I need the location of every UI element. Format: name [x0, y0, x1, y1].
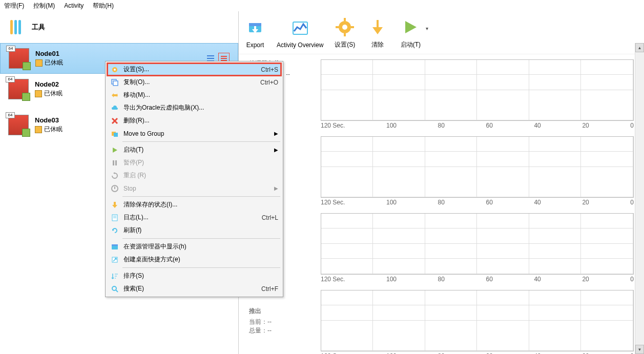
axis-tick: 80 [438, 122, 445, 129]
export-icon [244, 17, 266, 39]
saved-state-icon [35, 59, 43, 67]
svg-rect-13 [336, 26, 339, 28]
axis-tick: 0 [630, 122, 634, 129]
sort-icon [109, 272, 120, 281]
move-icon [109, 91, 120, 100]
toolbar-discard-button[interactable]: 清除 [366, 16, 389, 49]
chart-3: 120 Sec.100806040200 [321, 290, 634, 354]
group-icon [109, 129, 120, 138]
ctx-stop-item: Stop▶ [107, 182, 281, 195]
ctx-pause-item: 暂停(P) [107, 156, 281, 169]
svg-rect-12 [344, 33, 346, 36]
axis-tick: 100 [386, 199, 397, 206]
chart-1: 120 Sec.100806040200 [321, 136, 634, 209]
chart-canvas [321, 213, 634, 275]
tools-section[interactable]: 工具 [0, 11, 238, 43]
ctx-label: 启动(T) [123, 145, 278, 154]
ctx-explorer-item[interactable]: 在资源管理器中显示(h) [107, 240, 281, 253]
ctx-log-item[interactable]: 日志(L)...Ctrl+L [107, 211, 281, 224]
toolbar-export-button[interactable]: Export [244, 17, 266, 49]
ctx-cloud-item[interactable]: 导出为Oracle云虚拟电脑(X)... [107, 101, 281, 114]
ctx-gear-item[interactable]: 设置(S)...Ctrl+S [107, 63, 281, 76]
axis-tick: 40 [534, 276, 541, 283]
toolbar-start-button[interactable]: 启动(T) [399, 16, 422, 49]
chart-axis: 120 Sec.100806040200 [321, 198, 634, 209]
ctx-label: 删除(R)... [123, 116, 278, 125]
menu-control[interactable]: 控制(M) [33, 2, 55, 10]
svg-rect-29 [112, 244, 118, 246]
scroll-track[interactable] [635, 52, 644, 345]
menubar: 管理(F) 控制(M) Activity 帮助(H) [0, 0, 644, 11]
ctx-label: Stop [123, 185, 278, 192]
ctx-label: 搜索(E) [123, 284, 261, 293]
ctx-refresh-item[interactable]: 刷新(f) [107, 224, 281, 237]
ctx-label: 暂停(P) [123, 158, 278, 167]
ctx-label: 导出为Oracle云虚拟电脑(X)... [123, 103, 278, 112]
ctx-label: Move to Group [123, 130, 278, 137]
vm-64-badge: 64 [6, 46, 15, 52]
ctx-search-item[interactable]: 搜索(E)Ctrl+F [107, 282, 281, 295]
discard-icon [109, 200, 120, 210]
toolbar-label: Activity Overview [277, 41, 323, 49]
ctx-clone-item[interactable]: 复制(O)...Ctrl+O [107, 76, 281, 89]
explorer-icon [109, 242, 120, 252]
toolbar-gear-button[interactable]: 设置(S) [334, 16, 356, 49]
vm-64-badge: 64 [6, 76, 15, 82]
toolbar-dropdown-arrow[interactable]: ▾ [426, 26, 428, 31]
menu-file[interactable]: 管理(F) [4, 2, 24, 10]
svg-rect-18 [113, 81, 118, 86]
menu-help[interactable]: 帮助(H) [93, 2, 114, 10]
svg-rect-22 [115, 160, 117, 165]
submenu-arrow-icon: ▶ [274, 147, 278, 153]
svg-rect-20 [114, 133, 118, 137]
scroll-up-icon[interactable]: ▲ [635, 43, 644, 52]
menu-separator [122, 238, 280, 239]
scroll-down-icon[interactable]: ▼ [635, 345, 644, 354]
start-icon [399, 16, 422, 38]
gear-icon [334, 16, 356, 38]
saved-state-icon [35, 90, 42, 97]
net-title: 推出 [249, 307, 316, 316]
axis-tick: 80 [438, 199, 445, 206]
axis-tick: 60 [486, 122, 493, 129]
ctx-sort-item[interactable]: 排序(S) [107, 269, 281, 282]
svg-point-16 [114, 69, 116, 71]
activity-icon [289, 17, 311, 39]
ctx-shortcut: Ctrl+L [262, 214, 278, 221]
axis-tick: 80 [438, 276, 445, 283]
axis-tick: 100 [386, 122, 397, 129]
vm-name: Node01 [35, 50, 63, 57]
toolbar-label: 启动(T) [401, 40, 421, 49]
axis-tick: 20 [582, 122, 589, 129]
vertical-scrollbar[interactable]: ▲ ▼ [635, 43, 644, 354]
vm-thumb-icon: 64 [9, 48, 29, 69]
ctx-label: 重启 (R) [123, 171, 278, 180]
charts-right: 120 Sec.100806040200120 Sec.100806040200… [321, 59, 634, 349]
ctx-label: 创建桌面快捷方式(e) [123, 255, 278, 264]
chart-axis: 120 Sec.100806040200 [321, 275, 634, 286]
axis-tick: 20 [582, 276, 589, 283]
shortcut-icon [109, 255, 120, 264]
axis-tick: 120 Sec. [321, 199, 345, 206]
ctx-shortcut: Ctrl+O [260, 79, 278, 86]
ctx-shortcut-item[interactable]: 创建桌面快捷方式(e) [107, 253, 281, 266]
svg-point-10 [342, 25, 347, 30]
ctx-group-item[interactable]: Move to Group▶ [107, 127, 281, 140]
submenu-arrow-icon: ▶ [274, 131, 278, 136]
net-current: 当前：-- [249, 318, 316, 326]
ctx-label: 排序(S) [123, 272, 278, 280]
menu-activity[interactable]: Activity [64, 2, 84, 9]
svg-rect-1 [14, 20, 17, 34]
ctx-discard-item[interactable]: 清除保存的状态(I)... [107, 198, 281, 211]
axis-tick: 0 [630, 276, 634, 283]
svg-rect-3 [207, 55, 214, 56]
vm-status-icon [23, 62, 31, 70]
refresh-icon [109, 226, 120, 235]
ctx-start-item[interactable]: 启动(T)▶ [107, 143, 281, 156]
svg-rect-11 [344, 18, 346, 21]
svg-rect-4 [207, 58, 214, 59]
ctx-delete-item[interactable]: 删除(R)... [107, 114, 281, 127]
ctx-label: 移动(M)... [123, 91, 278, 99]
ctx-move-item[interactable]: 移动(M)... [107, 89, 281, 101]
toolbar-activity-button[interactable]: Activity Overview [277, 17, 323, 49]
